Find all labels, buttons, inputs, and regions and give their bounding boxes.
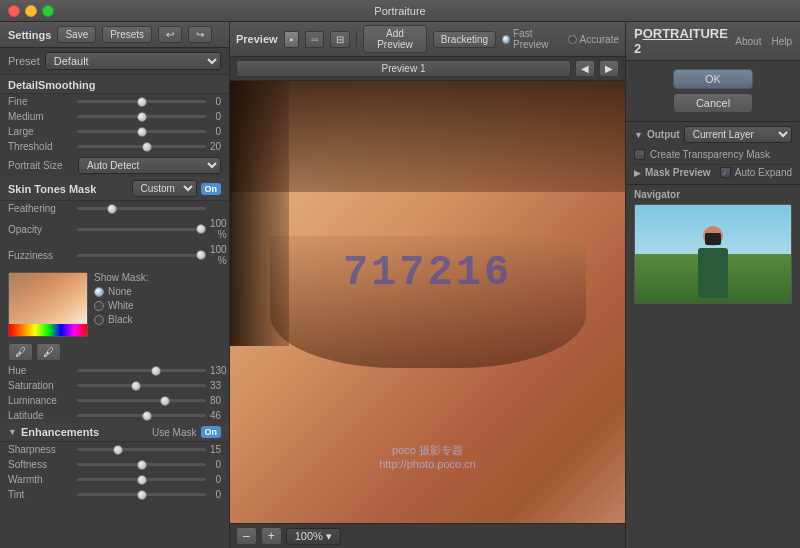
fast-preview-label: Fast Preview (513, 28, 562, 50)
preview-tab-1[interactable]: Preview 1 (236, 60, 571, 77)
softness-slider[interactable] (77, 463, 206, 466)
right-top: PORTRAITURE 2 About Help (626, 22, 800, 61)
threshold-slider[interactable] (77, 145, 206, 148)
help-link[interactable]: Help (771, 36, 792, 47)
titlebar: Portraiture (0, 0, 800, 22)
saturation-slider[interactable] (77, 384, 206, 387)
none-radio[interactable] (94, 287, 104, 297)
large-slider-row: Large 0 (0, 124, 229, 139)
zoom-dropdown-icon[interactable]: ▾ (326, 530, 332, 543)
medium-slider-row: Medium 0 (0, 109, 229, 124)
presets-button[interactable]: Presets (102, 26, 152, 43)
saturation-label: Saturation (8, 380, 73, 391)
zoom-in-button[interactable]: + (261, 527, 282, 545)
navigator-thumbnail (634, 204, 792, 304)
skin-tones-on-badge[interactable]: On (201, 183, 222, 195)
tint-slider[interactable] (77, 493, 206, 496)
softness-slider-row: Softness 0 (0, 457, 229, 472)
redo-button[interactable]: ↪ (188, 26, 212, 43)
about-link[interactable]: About (735, 36, 761, 47)
main-layout: Settings Save Presets ↩ ↪ Preset Default… (0, 22, 800, 548)
skin-tones-custom-select[interactable]: Custom (132, 180, 197, 197)
opacity-slider[interactable] (77, 228, 206, 231)
create-transparency-checkbox[interactable] (634, 149, 645, 160)
multi-view-button[interactable]: ⊟ (330, 31, 350, 48)
white-label: White (108, 300, 134, 311)
show-mask-black-row[interactable]: Black (94, 314, 148, 325)
bracketing-button[interactable]: Bracketing (433, 31, 496, 48)
hue-bar[interactable] (9, 324, 87, 336)
tab-prev-button[interactable]: ◀ (575, 60, 595, 77)
color-swatch[interactable] (8, 272, 88, 337)
medium-slider[interactable] (77, 115, 206, 118)
mask-preview-collapse-icon[interactable]: ▶ (634, 168, 641, 178)
cancel-button[interactable]: Cancel (673, 93, 753, 113)
output-select[interactable]: Current Layer (684, 126, 792, 143)
preset-select[interactable]: Default (45, 52, 221, 70)
save-button[interactable]: Save (57, 26, 96, 43)
fuzziness-slider[interactable] (77, 254, 206, 257)
accurate-radio-dot[interactable] (568, 35, 577, 44)
black-radio[interactable] (94, 315, 104, 325)
ok-button[interactable]: OK (673, 69, 753, 89)
accurate-radio[interactable]: Accurate (568, 34, 619, 45)
sharpness-slider[interactable] (77, 448, 206, 451)
detail-smoothing-title: DetailSmoothing (0, 75, 229, 94)
watermark-text: poco 摄影专题 http://photo.poco.cn (379, 443, 476, 470)
single-view-button[interactable]: ▪ (284, 31, 300, 48)
white-radio[interactable] (94, 301, 104, 311)
skin-tones-mask-header: Skin Tones Mask Custom On (0, 177, 229, 201)
enhancements-on-badge[interactable]: On (201, 426, 222, 438)
fast-preview-radio-dot[interactable] (502, 35, 510, 44)
undo-button[interactable]: ↩ (158, 26, 182, 43)
enhancements-collapse-icon[interactable]: ▼ (8, 427, 17, 437)
hue-slider[interactable] (77, 369, 206, 372)
show-mask-white-row[interactable]: White (94, 300, 148, 311)
show-mask-label: Show Mask: (94, 272, 148, 283)
warmth-slider[interactable] (77, 478, 206, 481)
add-preview-button[interactable]: Add Preview (363, 25, 427, 53)
titlebar-title: Portraiture (374, 5, 425, 17)
fuzziness-label: Fuzziness (8, 250, 73, 261)
portraiture-logo: PORTRAITURE 2 (634, 26, 735, 56)
output-collapse-icon[interactable]: ▼ (634, 130, 643, 140)
eyedropper-button-1[interactable]: 🖋 (8, 343, 33, 361)
maximize-button[interactable] (42, 5, 54, 17)
black-label: Black (108, 314, 132, 325)
latitude-slider[interactable] (77, 414, 206, 417)
large-slider[interactable] (77, 130, 206, 133)
create-transparency-row: Create Transparency Mask (634, 147, 792, 162)
hue-value: 130 (210, 365, 227, 376)
output-section: ▼ Output Current Layer Create Transparen… (626, 121, 800, 184)
none-label: None (108, 286, 132, 297)
saturation-slider-row: Saturation 33 (0, 378, 229, 393)
show-mask-none-row[interactable]: None (94, 286, 148, 297)
portrait-size-select[interactable]: Auto Detect (78, 157, 221, 174)
panel-header: Settings Save Presets ↩ ↪ (0, 22, 229, 48)
latitude-label: Latitude (8, 410, 73, 421)
zoom-out-button[interactable]: – (236, 527, 257, 545)
create-transparency-label: Create Transparency Mask (650, 149, 770, 160)
threshold-slider-row: Threshold 20 (0, 139, 229, 154)
fuzziness-slider-row: Fuzziness 100 % (0, 242, 229, 268)
fine-label: Fine (8, 96, 73, 107)
large-value: 0 (210, 126, 221, 137)
preview-image: 717216 poco 摄影专题 http://photo.poco.cn (230, 81, 625, 523)
feathering-slider[interactable] (77, 207, 206, 210)
split-view-button[interactable]: ▫▫ (305, 31, 324, 48)
luminance-slider[interactable] (77, 399, 206, 402)
minimize-button[interactable] (25, 5, 37, 17)
opacity-value: 100 % (210, 218, 227, 240)
preset-row: Preset Default (0, 48, 229, 75)
tint-value: 0 (210, 489, 221, 500)
softness-label: Softness (8, 459, 73, 470)
auto-expand-checkbox[interactable]: ✓ (720, 167, 731, 178)
tab-next-button[interactable]: ▶ (599, 60, 619, 77)
mask-preview-label: Mask Preview (645, 167, 716, 178)
close-button[interactable] (8, 5, 20, 17)
fast-preview-radio[interactable]: Fast Preview (502, 28, 561, 50)
hue-slider-row: Hue 130 (0, 363, 229, 378)
right-nav: About Help (735, 36, 792, 47)
fine-slider[interactable] (77, 100, 206, 103)
eyedropper-button-2[interactable]: 🖋 (36, 343, 61, 361)
